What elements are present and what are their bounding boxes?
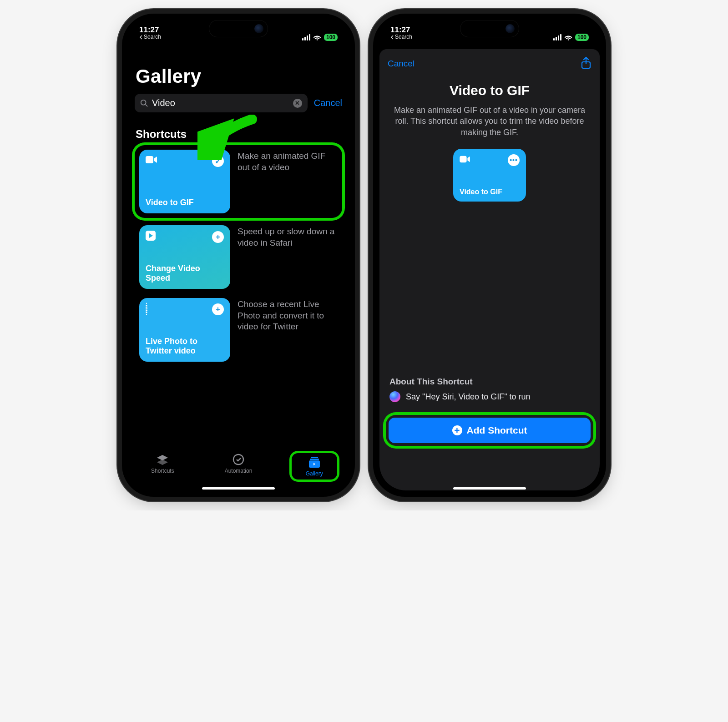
added-check-icon: ✓ — [212, 155, 224, 167]
status-time: 11:27 — [139, 26, 161, 34]
home-indicator[interactable] — [202, 487, 275, 490]
video-camera-icon — [460, 154, 470, 166]
sheet-title: Video to GIF — [379, 83, 600, 98]
gallery-card-icon — [308, 456, 321, 469]
search-input[interactable] — [152, 98, 289, 108]
shortcut-preview-card[interactable]: ••• Video to GIF — [453, 149, 526, 202]
svg-rect-9 — [460, 156, 466, 162]
search-icon — [140, 99, 148, 107]
svg-line-1 — [146, 104, 148, 106]
shortcut-card-title: Video to GIF — [460, 187, 520, 196]
more-options-icon[interactable]: ••• — [508, 154, 520, 166]
screen-left: 11:27 Search 100 Gallery ✕ Cancel — [125, 16, 352, 494]
cellular-icon — [553, 34, 561, 40]
shortcut-detail-sheet: Cancel Video to GIF Make an animated GIF… — [379, 49, 600, 490]
shortcut-description: Choose a recent Live Photo and convert i… — [238, 298, 336, 333]
shortcut-card-title: Live Photo to Twitter video — [146, 337, 224, 356]
cancel-button[interactable]: Cancel — [388, 59, 415, 69]
shortcut-description: Make an animated GIF out of a video — [238, 150, 333, 173]
tab-automation[interactable]: Automation — [216, 453, 261, 474]
tab-gallery[interactable]: Gallery — [292, 453, 337, 480]
add-shortcut-highlight: + Add Shortcut — [386, 415, 593, 446]
about-heading: About This Shortcut — [389, 377, 590, 387]
add-plus-icon[interactable]: + — [212, 303, 224, 315]
screen-right: 11:27 Search 100 Cancel Video to GIF — [376, 16, 603, 494]
shortcut-card[interactable]: ✓ Video to GIF — [139, 150, 230, 213]
page-title: Gallery — [136, 66, 342, 87]
battery-indicator: 100 — [575, 34, 589, 41]
tab-shortcuts[interactable]: Shortcuts — [140, 453, 185, 474]
siri-icon — [389, 391, 400, 402]
siri-hint-text: Say "Hey Siri, Video to GIF" to run — [406, 392, 531, 402]
wifi-icon — [313, 34, 321, 40]
shortcut-result-live-photo-twitter[interactable]: + Live Photo to Twitter video Choose a r… — [135, 293, 342, 366]
live-photo-icon — [146, 303, 147, 315]
wifi-icon — [564, 34, 572, 40]
back-to-search[interactable]: Search — [139, 34, 161, 40]
dynamic-island — [460, 20, 519, 37]
shortcut-card[interactable]: + Live Photo to Twitter video — [139, 298, 230, 362]
svg-rect-6 — [310, 459, 319, 460]
automation-clock-icon — [233, 453, 244, 466]
phone-right: 11:27 Search 100 Cancel Video to GIF — [373, 14, 606, 497]
share-button[interactable] — [581, 56, 592, 71]
search-field[interactable]: ✕ — [135, 94, 308, 112]
shortcuts-stack-icon — [156, 453, 169, 466]
back-to-search[interactable]: Search — [390, 34, 412, 40]
shortcut-result-video-to-gif[interactable]: ✓ Video to GIF Make an animated GIF out … — [135, 145, 342, 218]
section-heading: Shortcuts — [136, 128, 342, 141]
search-cancel-button[interactable]: Cancel — [314, 98, 342, 108]
sheet-description: Make an animated GIF out of a video in y… — [379, 105, 600, 138]
siri-hint-row: Say "Hey Siri, Video to GIF" to run — [389, 391, 590, 402]
phone-left: 11:27 Search 100 Gallery ✕ Cancel — [122, 14, 355, 497]
add-shortcut-button[interactable]: + Add Shortcut — [389, 418, 591, 443]
svg-rect-5 — [311, 457, 318, 458]
shortcut-result-change-video-speed[interactable]: + Change Video Speed Speed up or slow do… — [135, 221, 342, 293]
video-camera-icon — [146, 155, 157, 167]
status-time: 11:27 — [390, 26, 412, 34]
svg-point-4 — [233, 454, 243, 465]
dynamic-island — [209, 20, 268, 37]
add-plus-icon[interactable]: + — [212, 231, 224, 243]
battery-indicator: 100 — [324, 34, 338, 41]
home-indicator[interactable] — [453, 487, 526, 490]
shortcut-description: Speed up or slow down a video in Safari — [238, 225, 336, 248]
svg-point-0 — [141, 100, 146, 105]
svg-rect-2 — [146, 156, 153, 163]
shortcut-card-title: Change Video Speed — [146, 264, 224, 283]
shortcut-card[interactable]: + Change Video Speed — [139, 225, 230, 289]
cellular-icon — [302, 34, 310, 40]
shortcut-card-title: Video to GIF — [146, 198, 224, 208]
plus-circle-icon: + — [452, 425, 462, 435]
play-icon — [146, 231, 156, 243]
clear-search-button[interactable]: ✕ — [293, 99, 302, 108]
